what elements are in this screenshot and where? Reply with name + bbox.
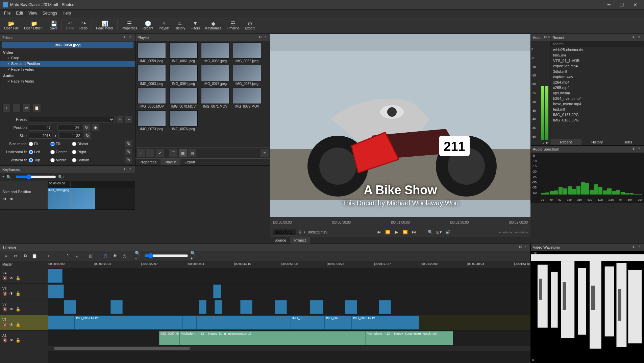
- eye-icon[interactable]: 👁: [9, 307, 14, 312]
- playlist-item[interactable]: IMG_0061.jpeg: [169, 42, 198, 63]
- toolbar-peak-meter-button[interactable]: 📊Peak Meter: [93, 20, 116, 31]
- minimize-button[interactable]: ━: [603, 2, 615, 7]
- preset-add-button[interactable]: +: [117, 116, 123, 123]
- playlist-item[interactable]: IMG_0062.jpeg: [232, 42, 262, 63]
- skip-start-icon[interactable]: ⏮: [376, 230, 382, 234]
- track-head-a1[interactable]: A1🔇👁🔓: [0, 331, 48, 346]
- track-head-v3[interactable]: V3🔇👁🔓: [0, 284, 48, 299]
- size-reset-icon[interactable]: ↻: [84, 132, 91, 139]
- tl-copy-icon[interactable]: ⧉: [21, 252, 29, 259]
- recent-item[interactable]: IMG_0187.JPG: [550, 112, 644, 117]
- hfit-option[interactable]: Center: [50, 150, 71, 154]
- toolbar-open-file-button[interactable]: 📂Open File: [1, 20, 21, 31]
- playlist-item[interactable]: IMG_0071.MOV: [200, 88, 230, 108]
- pl-view-detail-icon[interactable]: ▤: [188, 149, 196, 157]
- recent-item[interactable]: wide25-cinema.dv: [550, 47, 644, 52]
- track-head-v2[interactable]: V2🔇👁🔓: [0, 299, 48, 315]
- fast-forward-icon[interactable]: ⏩: [402, 230, 408, 234]
- panel-close-icon[interactable]: ✕: [637, 245, 642, 250]
- panel-undock-icon[interactable]: ◧: [631, 147, 636, 152]
- filter-remove-button[interactable]: −: [13, 104, 21, 112]
- tl-cut-icon[interactable]: ✂: [12, 252, 19, 259]
- recent-item[interactable]: 3dlut.mlt: [550, 69, 644, 74]
- toolbar-recent-button[interactable]: 🕑Recent: [140, 20, 156, 31]
- zoom-in-icon[interactable]: 🔍+: [58, 175, 65, 179]
- eye-icon[interactable]: 👁: [9, 276, 14, 280]
- menu-view[interactable]: View: [26, 10, 40, 16]
- toolbar-open-other--button[interactable]: 📁Open Other...: [21, 20, 47, 31]
- toolbar-export-button[interactable]: ⊙Export: [242, 20, 257, 31]
- recent-item[interactable]: h264_nvenc.mp4: [550, 96, 644, 101]
- recent-tab[interactable]: History: [581, 139, 613, 145]
- pl-remove-button[interactable]: −: [146, 149, 154, 157]
- playlist-item[interactable]: IMG_0058.jpeg: [200, 42, 230, 63]
- recent-item[interactable]: export job.mp4: [550, 63, 644, 69]
- toolbar-history-button[interactable]: ⎌History: [172, 20, 188, 31]
- position-x-input[interactable]: [29, 124, 52, 131]
- pl-add-button[interactable]: +: [137, 149, 145, 157]
- volume-icon[interactable]: 🔊: [445, 230, 451, 234]
- tl-zoom-slider[interactable]: [144, 253, 188, 258]
- recent-item[interactable]: x264.mp4: [550, 80, 644, 85]
- toolbar-playlist-button[interactable]: ≡Playlist: [156, 20, 172, 31]
- close-button[interactable]: ✕: [629, 2, 641, 7]
- recent-item[interactable]: hevc_nvenc.mp4: [550, 101, 644, 107]
- panel-undock-icon[interactable]: ◧: [123, 167, 127, 172]
- tl-menu-button[interactable]: ≡: [2, 252, 10, 259]
- preview-tab[interactable]: Source: [270, 237, 290, 244]
- kf-ruler[interactable]: 00:00:00:00: [48, 181, 135, 188]
- vfit-option[interactable]: Middle: [50, 158, 71, 162]
- panel-undock-icon[interactable]: ◧: [518, 245, 523, 250]
- size-mode-option[interactable]: Distort: [72, 142, 92, 146]
- menu-edit[interactable]: Edit: [13, 10, 26, 16]
- timeline-area[interactable]: |00:00:00:00|00:00:11:03|00:00:22:07|00:…: [48, 261, 530, 363]
- recent-item[interactable]: hiri5.avi: [550, 52, 644, 58]
- playlist-item[interactable]: IMG_0070.MOV: [169, 88, 198, 108]
- tl-scrub-icon[interactable]: 👁: [111, 252, 119, 259]
- playlist-tab[interactable]: Playlist: [160, 159, 180, 165]
- zoom-out-icon[interactable]: 🔍−: [6, 175, 13, 179]
- rewind-icon[interactable]: ⏪: [385, 230, 391, 234]
- recent-search-input[interactable]: [550, 41, 644, 47]
- mute-icon[interactable]: 🔇: [2, 307, 7, 312]
- lock-icon[interactable]: 🔓: [16, 307, 21, 312]
- panel-close-icon[interactable]: ✕: [128, 35, 133, 40]
- kf-next-icon[interactable]: ⏭: [9, 197, 13, 201]
- playlist-item[interactable]: IMG_0067.jpeg: [232, 65, 262, 86]
- recent-item[interactable]: VTS_01_1.VOB: [550, 58, 644, 63]
- tl-lift-icon[interactable]: ⌃: [64, 252, 71, 259]
- zoom-icon[interactable]: 🔍: [427, 230, 433, 234]
- panel-close-icon[interactable]: ✕: [637, 147, 642, 152]
- panel-undock-icon[interactable]: ◧: [123, 35, 127, 40]
- tl-ripple-icon[interactable]: ◎: [121, 252, 128, 259]
- position-keyframe-icon[interactable]: ◆: [92, 124, 99, 131]
- panel-close-icon[interactable]: ✕: [637, 35, 642, 40]
- vfit-option[interactable]: Top: [29, 158, 49, 162]
- eye-icon[interactable]: 👁: [9, 322, 14, 327]
- tl-zoom-in-icon[interactable]: 🔍+: [190, 252, 198, 259]
- kf-menu-button[interactable]: ≡: [2, 175, 4, 179]
- lock-icon[interactable]: 🔓: [16, 322, 21, 327]
- playlist-item[interactable]: IMG_0063.jpeg: [137, 65, 167, 86]
- recent-item[interactable]: vp9.webm: [550, 90, 644, 96]
- timeline-ruler[interactable]: |00:00:00:00|00:00:11:03|00:00:22:07|00:…: [48, 261, 530, 268]
- maximize-button[interactable]: ☐: [616, 2, 628, 7]
- toolbar-timeline-button[interactable]: ☶Timeline: [224, 20, 242, 31]
- playlist-item[interactable]: IMG_0073.jpeg: [137, 110, 167, 131]
- playlist-item[interactable]: IMG_0059.jpeg: [137, 42, 167, 63]
- preset-select[interactable]: [29, 116, 115, 123]
- play-icon[interactable]: ▶: [393, 230, 399, 234]
- panel-close-icon[interactable]: ✕: [263, 35, 268, 40]
- menu-settings[interactable]: Settings: [40, 10, 60, 16]
- recent-item[interactable]: test.mlt: [550, 107, 644, 112]
- filter-copy-button[interactable]: ⧉: [23, 104, 31, 112]
- time-stepper-icon[interactable]: ▲▼: [299, 229, 301, 235]
- tl-zoom-out-icon[interactable]: 🔍−: [135, 252, 142, 259]
- preview-scrubber[interactable]: |00:00:00:00|00:00:30:00|00:01:00:00|00:…: [270, 217, 530, 227]
- preview-tab[interactable]: Project: [290, 237, 310, 244]
- playlist-item[interactable]: IMG_0064.jpeg: [169, 65, 198, 86]
- tl-track-v4[interactable]: [48, 268, 530, 284]
- recent-item[interactable]: IMG_0183.JPG: [550, 117, 644, 123]
- position-reset-icon[interactable]: ↻: [83, 124, 90, 131]
- playlist-item[interactable]: IMG_0076.jpeg: [169, 110, 198, 131]
